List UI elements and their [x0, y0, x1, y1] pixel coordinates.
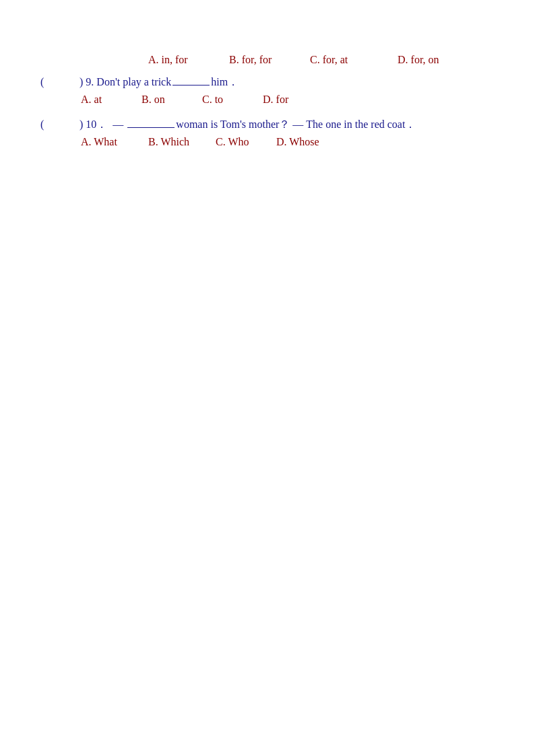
q10-text-middle: woman is Tom's mother？ [176, 118, 290, 132]
q10-options-row: A. What B. Which C. Who D. Whose [81, 136, 495, 148]
q8-option-c: C. for, at [310, 54, 398, 66]
q9-options-row: A. at B. on C. to D. for [81, 94, 495, 106]
q9-paren-left: ( [40, 76, 53, 88]
q9-blank [172, 85, 210, 85]
q9-number: 9. [86, 76, 94, 88]
q9-answer-space [53, 76, 80, 88]
q9-option-c: C. to [202, 94, 263, 106]
question-9-row: ( ) 9. Don't play a trick him． [40, 75, 495, 90]
q9-option-d: D. for [263, 94, 323, 106]
question-9-block: ( ) 9. Don't play a trick him． A. at B. … [40, 75, 495, 106]
q8-option-a: A. in, for [148, 54, 229, 66]
q9-text-after: him． [211, 75, 239, 90]
page: A. in, for B. for, for C. for, at D. for… [0, 0, 535, 756]
q10-number: 10． [86, 118, 107, 132]
q9-text-before: Don't play a trick [96, 76, 171, 88]
question-10-row: ( ) 10． — woman is Tom's mother？ — The o… [40, 118, 495, 132]
q9-option-b: B. on [141, 94, 202, 106]
q9-option-a: A. at [81, 94, 141, 106]
q10-text-end: The one in the red coat． [306, 118, 416, 132]
q10-option-a: A. What [81, 136, 148, 148]
q10-paren-right: ) [80, 118, 83, 131]
q10-blank [127, 127, 175, 128]
question-10-block: ( ) 10． — woman is Tom's mother？ — The o… [40, 118, 495, 148]
q10-option-c: C. Who [216, 136, 276, 148]
q10-option-b: B. Which [148, 136, 216, 148]
q8-options-row: A. in, for B. for, for C. for, at D. for… [148, 54, 495, 66]
q10-option-d: D. Whose [276, 136, 337, 148]
q8-option-d: D. for, on [398, 54, 478, 66]
q10-paren-left: ( [40, 118, 53, 131]
q10-dash2: — [292, 118, 303, 131]
q9-paren-right: ) [80, 76, 83, 88]
q10-answer-space [53, 118, 80, 131]
q8-option-b: B. for, for [229, 54, 310, 66]
q10-dash1: — [113, 118, 123, 131]
